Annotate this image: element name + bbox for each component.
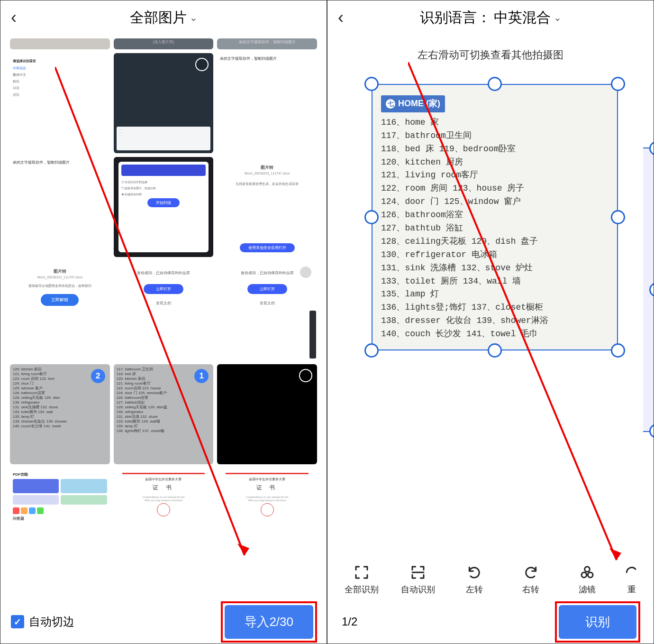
thumb[interactable] (217, 364, 317, 464)
back-icon[interactable]: ‹ (11, 8, 17, 28)
tool-rotate-left[interactable]: 左转 (453, 565, 496, 595)
thumb[interactable]: 请选择识别语言 中英混合 繁体中文 韩语 日语 法语 (10, 53, 110, 153)
album-dropdown[interactable]: 全部图片 ⌄ (130, 8, 198, 28)
crop-handle-icon[interactable] (364, 210, 379, 224)
crop-stage: 七 HOME (家) 116、home 家117、bathroom卫生间118、… (327, 62, 654, 556)
thumb-selected[interactable]: 1 117. bathroom 卫生间118. bed 床120. kitche… (114, 364, 214, 464)
thumb[interactable]: ························ (114, 53, 214, 153)
crop-handle-icon[interactable] (611, 77, 625, 91)
auto-crop-label: 自动切边 (29, 614, 74, 629)
thumb[interactable]: [读入图片库] (114, 38, 214, 49)
select-ring-icon[interactable] (299, 369, 312, 382)
svg-point-4 (588, 572, 593, 578)
thumb[interactable]: ◎ 自动识别文档边缘 ▤ 提取所有图片，快速分析 ◈ 扫描所有内容 开始扫描 (114, 157, 214, 257)
right-header: ‹ 识别语言： 中英混合 ⌄ (327, 0, 654, 35)
auto-crop-toggle[interactable]: 自动切边 (11, 614, 74, 629)
lang-value: 中英混合 (494, 8, 551, 28)
crop-handle-icon[interactable] (611, 210, 625, 224)
selection-badge: 2 (91, 369, 105, 383)
thumb[interactable]: 体的文字提取软件，智能扫描图片 (10, 157, 110, 257)
select-ring-icon[interactable] (195, 58, 209, 71)
tool-auto-recognize[interactable]: 自动识别 (397, 565, 439, 595)
left-header: ‹ 全部图片 ⌄ (0, 0, 327, 35)
thumb[interactable]: 体的文字提取软件，智能扫描图片 (217, 53, 317, 153)
crop-handle-icon[interactable] (364, 343, 379, 358)
highlight-box: 识别 (556, 602, 639, 642)
tool-retake[interactable]: 重 (622, 565, 641, 595)
thumbnail-grid: [读入图片库] 体的文字提取软件，智能扫描图片 请选择识别语言 中英混合 繁体中… (0, 35, 327, 600)
highlight-box: 导入2/30 (222, 602, 316, 642)
back-icon[interactable]: ‹ (338, 8, 344, 28)
tool-filter[interactable]: 滤镜 (566, 565, 609, 595)
recognize-button[interactable]: 识别 (559, 605, 636, 639)
gallery-panel: ‹ 全部图片 ⌄ [读入图片库] 体的文字提取软件，智能扫描图片 请选择识别语言… (0, 0, 327, 644)
crop-handle-icon[interactable] (649, 424, 654, 438)
crop-handle-icon[interactable] (488, 77, 502, 91)
next-page-peek[interactable] (643, 147, 654, 432)
thumb[interactable] (10, 38, 110, 49)
rotate-right-icon (523, 565, 538, 580)
doc-section-header: 七 HOME (家) (381, 95, 445, 112)
thumb[interactable]: 图片转 Word_20230223_111747.docx 需加载导出地图安全和… (10, 261, 110, 361)
chevron-down-icon: ⌄ (190, 12, 198, 23)
filter-icon (580, 565, 595, 580)
thumb[interactable]: 首份成功，已自动保存到作品库 立即打开 查看文档 (217, 261, 317, 361)
retake-icon (624, 565, 639, 580)
thumb[interactable]: 图片转 Word_20230223_111747.docx 支持多张批量处理生成… (217, 157, 317, 257)
thumb[interactable]: 体的文字提取软件，智能扫描图片 (217, 38, 317, 49)
crop-handle-icon[interactable] (649, 141, 654, 156)
import-button[interactable]: 导入2/30 (225, 605, 313, 639)
chevron-down-icon: ⌄ (554, 12, 562, 23)
tool-rotate-right[interactable]: 右转 (509, 565, 552, 595)
full-frame-icon (354, 565, 369, 580)
page-indicator: 1/2 (342, 615, 357, 628)
thumb[interactable]: 全国中学生外语素养大赛 证 书 Congratulations on your … (217, 468, 317, 568)
select-ring-icon[interactable] (299, 266, 312, 279)
crop-panel: ‹ 识别语言： 中英混合 ⌄ 左右滑动可切换查看其他拍摄图 七 HOME (家)… (327, 0, 654, 644)
thumb[interactable]: 全国中学生外语素养大赛 证 书 Congratulations on your … (114, 468, 214, 568)
svg-point-2 (584, 567, 590, 572)
lang-prefix: 识别语言： (420, 8, 491, 28)
album-title: 全部图片 (130, 8, 187, 28)
rotate-left-icon (467, 565, 482, 580)
thumb-selected[interactable]: 2 120. kitchen 厨房121. living room客厅122. … (10, 364, 110, 464)
crop-handle-icon[interactable] (611, 343, 625, 358)
language-dropdown[interactable]: 识别语言： 中英混合 ⌄ (420, 8, 562, 28)
tool-full-recognize[interactable]: 全部识别 (340, 565, 383, 595)
document-preview: 七 HOME (家) 116、home 家117、bathroom卫生间118、… (372, 84, 618, 350)
thumb[interactable]: PDF功能 问答题 (10, 468, 110, 568)
crop-handle-icon[interactable] (364, 77, 379, 91)
swipe-hint: 左右滑动可切换查看其他拍摄图 (327, 48, 654, 62)
left-footer: 自动切边 导入2/30 (0, 600, 327, 644)
thumb[interactable]: 首份成功，已自动保存到作品库 立即打开 查看文档 (114, 261, 214, 361)
crop-handle-icon[interactable] (649, 283, 654, 297)
crop-selection[interactable]: 七 HOME (家) 116、home 家117、bathroom卫生间118、… (372, 84, 618, 350)
svg-point-3 (581, 572, 587, 578)
checkbox-icon (11, 615, 24, 628)
crop-handle-icon[interactable] (488, 343, 502, 358)
auto-crop-icon (410, 565, 426, 580)
crop-toolbar: 全部识别 自动识别 左转 右转 滤镜 重 (327, 556, 654, 600)
right-footer: 1/2 识别 (327, 600, 654, 644)
